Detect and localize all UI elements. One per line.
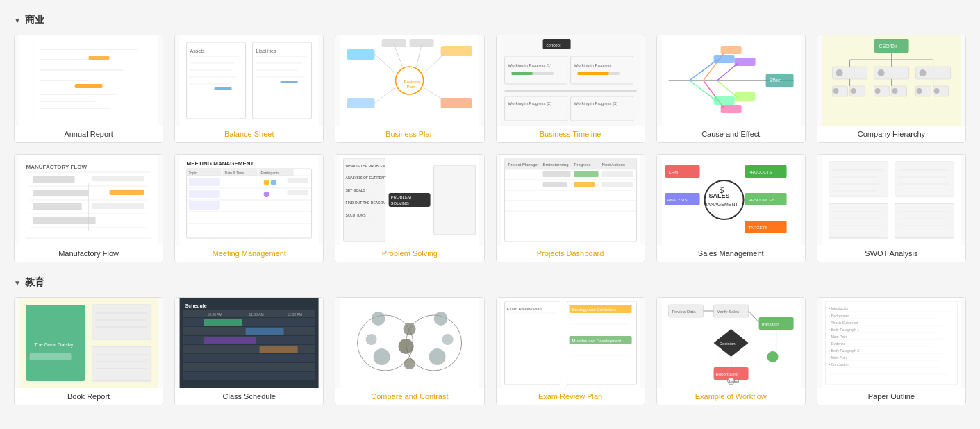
svg-rect-118	[92, 203, 144, 209]
svg-text:Plan: Plan	[407, 85, 415, 89]
card-label-balance-sheet: Balance Sheet	[175, 126, 323, 142]
svg-text:Schedule: Schedule	[185, 303, 207, 308]
svg-text:Progress: Progress	[574, 162, 590, 167]
svg-rect-35	[382, 39, 406, 47]
card-label-compare-contrast: Compare and Contrast	[335, 388, 483, 405]
svg-rect-26	[281, 81, 298, 83]
svg-text:WHAT IS THE PROBLEM: WHAT IS THE PROBLEM	[346, 164, 386, 168]
svg-rect-197	[829, 203, 888, 238]
thumb-annual	[15, 35, 163, 126]
card-business-timeline[interactable]: Working in Progress [1] Working in Progr…	[496, 35, 645, 143]
svg-text:Review Data: Review Data	[672, 310, 696, 314]
svg-rect-235	[183, 363, 315, 371]
svg-point-281	[767, 351, 778, 362]
svg-rect-51	[577, 72, 608, 75]
svg-rect-73	[720, 105, 741, 113]
svg-rect-178	[601, 182, 633, 187]
svg-text:- Thesis Statement: - Thesis Statement	[829, 321, 858, 325]
svg-point-93	[833, 88, 838, 94]
svg-text:CRM: CRM	[668, 170, 678, 174]
card-manufactory-flow[interactable]: MANUFACTORY FLOW Manufactory Flow	[14, 154, 163, 262]
svg-point-245	[366, 334, 377, 345]
section-header-education[interactable]: ▼ 教育	[14, 276, 966, 289]
svg-rect-115	[110, 190, 144, 195]
svg-rect-173	[542, 171, 570, 177]
svg-rect-5	[75, 84, 103, 88]
svg-rect-135	[189, 201, 220, 210]
card-projects-dashboard[interactable]: Project Manager Brainstorming Progress N…	[496, 154, 645, 262]
svg-rect-238	[246, 328, 284, 335]
thumb-compare	[335, 298, 483, 388]
svg-text:12:00 PM: 12:00 PM	[288, 312, 302, 317]
svg-text:10:00 AM: 10:00 AM	[208, 312, 222, 317]
svg-point-86	[877, 69, 884, 76]
svg-point-95	[850, 88, 856, 94]
svg-point-250	[404, 323, 416, 335]
triangle-icon: ▼	[14, 17, 21, 24]
card-label-company-hierarchy: Company Hierarchy	[817, 126, 965, 142]
svg-text:concept: concept	[546, 43, 560, 47]
svg-text:- Main Point: - Main Point	[829, 355, 847, 360]
card-annual-report[interactable]: Annual Report	[14, 35, 163, 143]
card-compare-contrast[interactable]: Compare and Contrast	[335, 297, 484, 405]
svg-text:• Body Paragraph 1: • Body Paragraph 1	[829, 328, 859, 332]
card-book-report[interactable]: The Great Gatsby Book Report	[14, 297, 163, 405]
card-label-annual-report: Annual Report	[15, 126, 163, 142]
svg-text:MANUFACTORY FLOW: MANUFACTORY FLOW	[26, 164, 88, 170]
card-company-hierarchy[interactable]: CEO/Dir Compan	[817, 35, 966, 143]
thumb-cause: Effect	[657, 35, 805, 126]
svg-rect-69	[713, 55, 734, 63]
svg-text:ANALYSIS: ANALYSIS	[667, 198, 687, 202]
card-sales-management[interactable]: CRM ANALYSIS PRODUCTS RESOURCES TARGETS …	[656, 154, 806, 262]
svg-rect-133	[189, 178, 220, 186]
thumb-workflow: Review Data Verify Sales Decision Report…	[657, 298, 805, 388]
card-swot-analysis[interactable]: SWOT Analysis	[817, 154, 966, 262]
svg-rect-195	[829, 162, 888, 196]
card-label-book-report: Book Report	[15, 388, 163, 405]
svg-text:Date & Time: Date & Time	[225, 171, 244, 175]
thumb-business-plan: Business Plan	[335, 35, 483, 126]
svg-point-138	[264, 192, 269, 197]
card-label-class-schedule: Class Schedule	[175, 388, 323, 405]
card-cause-and-effect[interactable]: Effect Cause and Effect	[656, 35, 806, 143]
svg-text:Project Manager: Project Manager	[508, 162, 538, 167]
card-problem-solving[interactable]: WHAT IS THE PROBLEM ANALYSIS OF CURRENT …	[335, 154, 484, 262]
svg-text:Brainstorming: Brainstorming	[542, 162, 568, 167]
svg-rect-117	[92, 176, 144, 181]
svg-rect-74	[734, 92, 755, 101]
thumb-company: CEO/Dir	[817, 35, 965, 126]
svg-text:Participants: Participants	[261, 171, 280, 175]
card-label-example-workflow: Example of Workflow	[657, 388, 805, 405]
svg-rect-237	[204, 319, 242, 326]
svg-text:$: $	[719, 185, 724, 195]
svg-rect-20	[215, 87, 232, 90]
svg-point-101	[916, 88, 922, 94]
card-business-plan[interactable]: Business Plan Business Plan	[335, 35, 484, 143]
svg-rect-139	[288, 178, 308, 183]
svg-rect-31	[347, 49, 375, 60]
svg-point-248	[442, 334, 454, 345]
card-exam-review[interactable]: Exam Review Plan Strategy and Guidelines…	[496, 297, 645, 405]
svg-rect-33	[347, 98, 375, 108]
svg-rect-47	[511, 72, 532, 75]
card-example-workflow[interactable]: Review Data Verify Sales Decision Report…	[656, 297, 806, 405]
svg-text:• Conclusion: • Conclusion	[829, 362, 848, 367]
card-paper-outline[interactable]: • Introduction - Background - Thesis Sta…	[817, 297, 966, 405]
card-label-manufactory-flow: Manufactory Flow	[15, 245, 163, 262]
svg-text:SOLUTIONS: SOLUTIONS	[346, 213, 367, 217]
card-meeting-management[interactable]: MEETING MANAGEMENT Topic Date & Time Par…	[174, 154, 324, 262]
card-label-projects-dashboard: Projects Dashboard	[497, 245, 645, 262]
svg-rect-72	[713, 96, 734, 105]
card-label-exam-review: Exam Review Plan	[497, 388, 645, 405]
section-label: 教育	[25, 276, 44, 289]
card-label-business-plan: Business Plan	[335, 126, 483, 142]
grid-education: The Great Gatsby Book Report Schedule 10…	[14, 297, 966, 405]
section-header-business[interactable]: ▼ 商业	[14, 14, 966, 26]
card-class-schedule[interactable]: Schedule 10:00 AM 11:00 AM 12:00 PM Clas…	[174, 297, 324, 405]
svg-point-137	[271, 180, 276, 185]
svg-text:Effect: Effect	[769, 78, 781, 83]
svg-rect-196	[895, 162, 954, 196]
card-label-cause-and-effect: Cause and Effect	[657, 126, 805, 142]
card-balance-sheet[interactable]: Assets Liabilities Balance Sheet	[174, 35, 324, 143]
svg-rect-36	[410, 39, 434, 47]
